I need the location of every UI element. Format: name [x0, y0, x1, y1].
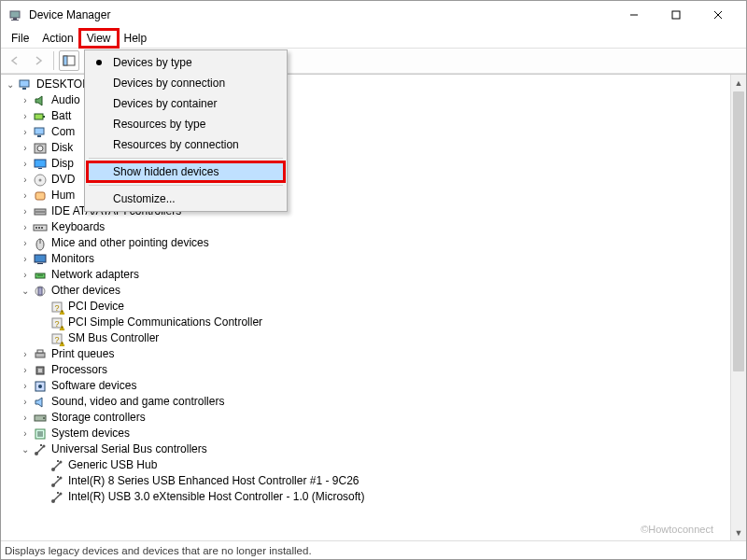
- tree-category[interactable]: ›Processors: [3, 362, 746, 378]
- expand-collapse-icon[interactable]: ›: [20, 143, 31, 154]
- tree-node-label: Disk: [51, 140, 73, 156]
- svg-rect-69: [57, 476, 59, 478]
- menu-help[interactable]: Help: [118, 30, 154, 47]
- menu-item-label: Devices by connection: [113, 77, 225, 90]
- expand-collapse-icon[interactable]: ›: [20, 381, 31, 392]
- tree-node-label: Mice and other pointing devices: [51, 235, 209, 251]
- expand-collapse-icon[interactable]: ›: [20, 413, 31, 424]
- window-controls: [613, 2, 739, 28]
- svg-rect-21: [35, 192, 45, 200]
- printer-icon: [33, 347, 48, 362]
- menu-item[interactable]: Customize...: [87, 189, 285, 209]
- disk-icon: [33, 141, 48, 156]
- svg-rect-10: [22, 88, 26, 90]
- menu-item-label: Show hidden devices: [113, 165, 218, 178]
- monitor-icon: [33, 252, 48, 267]
- expand-collapse-icon[interactable]: ›: [20, 365, 31, 376]
- tree-device[interactable]: Intel(R) 8 Series USB Enhanced Host Cont…: [3, 473, 746, 489]
- show-hide-console-tree-button[interactable]: [59, 50, 79, 71]
- expand-collapse-icon[interactable]: ⌄: [5, 79, 16, 91]
- keyboard-icon: [33, 220, 48, 235]
- menu-item-label: Resources by type: [113, 118, 205, 131]
- tree-category[interactable]: ›Storage controllers: [3, 410, 746, 426]
- tree-node-label: Software devices: [51, 378, 136, 394]
- cpu-icon: [33, 363, 48, 378]
- tree-category[interactable]: ›Sound, video and game controllers: [3, 394, 746, 410]
- expand-collapse-icon[interactable]: ›: [20, 206, 31, 217]
- expand-collapse-icon[interactable]: ›: [20, 127, 31, 138]
- tree-category[interactable]: ⌄Universal Serial Bus controllers: [3, 441, 746, 457]
- expand-collapse-icon[interactable]: ›: [20, 270, 31, 281]
- expand-collapse-icon[interactable]: ›: [20, 238, 31, 249]
- tree-node-label: PCI Simple Communications Controller: [68, 315, 262, 330]
- menu-action[interactable]: Action: [35, 30, 79, 47]
- scroll-up-button[interactable]: ▲: [731, 75, 746, 91]
- svg-rect-27: [41, 227, 43, 229]
- sound-icon: [33, 395, 48, 410]
- expand-collapse-icon[interactable]: ›: [20, 349, 31, 360]
- tree-device[interactable]: Intel(R) USB 3.0 eXtensible Host Control…: [3, 489, 746, 505]
- ide-icon: [33, 204, 48, 219]
- back-button[interactable]: [5, 50, 25, 71]
- tree-device[interactable]: ?!PCI Device: [3, 299, 746, 315]
- system-icon: [33, 427, 48, 441]
- expand-collapse-icon[interactable]: ›: [20, 222, 31, 233]
- svg-text:?: ?: [54, 303, 59, 313]
- svg-rect-9: [20, 80, 29, 87]
- expand-collapse-icon[interactable]: ›: [20, 175, 31, 186]
- expand-collapse-icon[interactable]: ›: [20, 159, 31, 170]
- vertical-scrollbar[interactable]: ▲ ▼: [730, 75, 746, 540]
- unknown-icon: ?!: [49, 331, 64, 346]
- svg-text:?: ?: [54, 335, 59, 344]
- expand-collapse-icon[interactable]: ›: [20, 428, 31, 440]
- tree-category[interactable]: ⌄Other devices: [3, 283, 746, 299]
- svg-line-71: [53, 494, 61, 501]
- scroll-thumb[interactable]: [733, 91, 744, 371]
- expand-collapse-icon[interactable]: ›: [20, 111, 31, 122]
- svg-rect-18: [38, 168, 42, 169]
- tree-device[interactable]: ?!SM Bus Controller: [3, 330, 746, 346]
- toolbar-separator: [53, 51, 54, 70]
- menu-item[interactable]: Devices by type: [87, 52, 285, 73]
- forward-button[interactable]: [28, 50, 49, 71]
- menu-file[interactable]: File: [5, 30, 35, 47]
- svg-text:?: ?: [54, 319, 59, 329]
- tree-node-label: Keyboards: [51, 219, 105, 235]
- close-button[interactable]: [697, 2, 739, 28]
- menu-item[interactable]: Devices by connection: [87, 73, 285, 93]
- menu-item[interactable]: Show hidden devices: [87, 161, 285, 182]
- expand-collapse-icon[interactable]: ›: [20, 254, 31, 265]
- expand-collapse-icon[interactable]: ›: [20, 95, 31, 106]
- other-icon: [33, 284, 48, 299]
- maximize-button[interactable]: [655, 2, 697, 28]
- radio-check-icon: [96, 60, 102, 65]
- tree-category[interactable]: ›Print queues: [3, 346, 746, 362]
- status-bar: Displays legacy devices and devices that…: [1, 540, 746, 559]
- tree-category[interactable]: ›Network adapters: [3, 267, 746, 283]
- tree-node-label: System devices: [51, 426, 130, 441]
- svg-rect-51: [38, 369, 42, 372]
- tree-node-label: Other devices: [51, 283, 120, 299]
- tree-device[interactable]: Generic USB Hub: [3, 457, 746, 473]
- menu-item[interactable]: Resources by connection: [87, 134, 285, 155]
- expand-collapse-icon[interactable]: ⌄: [20, 286, 31, 297]
- expand-collapse-icon[interactable]: ⌄: [20, 444, 31, 455]
- tree-category[interactable]: ›Software devices: [3, 378, 746, 394]
- expand-collapse-icon[interactable]: ›: [20, 190, 31, 202]
- tree-device[interactable]: ?!PCI Simple Communications Controller: [3, 315, 746, 330]
- tree-category[interactable]: ›Keyboards: [3, 219, 746, 235]
- menu-item[interactable]: Devices by container: [87, 93, 285, 114]
- tree-category[interactable]: ›System devices: [3, 426, 746, 441]
- menu-item[interactable]: Resources by type: [87, 114, 285, 134]
- software-icon: [33, 379, 48, 394]
- tree-category[interactable]: ›Mice and other pointing devices: [3, 235, 746, 251]
- tree-node-label: Network adapters: [51, 267, 139, 283]
- app-icon: [8, 7, 23, 22]
- menu-view[interactable]: View: [80, 30, 118, 47]
- minimize-button[interactable]: [613, 2, 655, 28]
- expand-collapse-icon[interactable]: ›: [20, 397, 31, 408]
- tree-node-label: DVD: [51, 172, 75, 188]
- tree-node-label: PCI Device: [68, 299, 124, 315]
- scroll-down-button[interactable]: ▼: [731, 525, 746, 540]
- tree-category[interactable]: ›Monitors: [3, 251, 746, 267]
